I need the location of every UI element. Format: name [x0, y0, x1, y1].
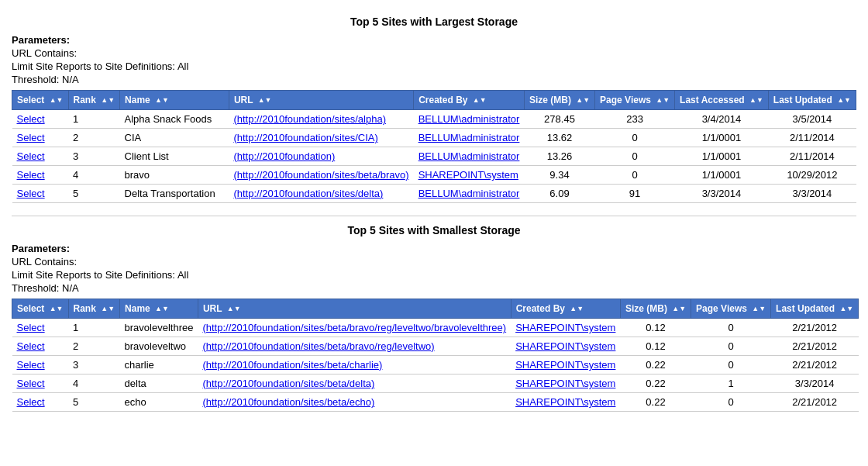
sort-icon-page_views[interactable]: ▲▼ [656, 97, 670, 104]
cell-rank-row-0: 1 [68, 319, 120, 337]
url-link-row-4[interactable]: (http://2010foundation/sites/delta) [233, 188, 383, 199]
sort-icon-select[interactable]: ▲▼ [50, 97, 64, 104]
created-by-link-row-2[interactable]: SHAREPOINT\system [515, 359, 615, 371]
created-by-link-row-4[interactable]: SHAREPOINT\system [515, 396, 615, 408]
sort-icon-last_updated[interactable]: ▲▼ [837, 97, 851, 104]
sort-icon-last_accessed[interactable]: ▲▼ [749, 97, 763, 104]
col-header-url[interactable]: URL ▲▼ [229, 91, 413, 110]
created-by-link-row-3[interactable]: SHAREPOINT\system [418, 169, 518, 181]
cell-rank-row-4: 5 [68, 393, 120, 412]
url-link-row-2[interactable]: (http://2010foundation/sites/beta/charli… [202, 359, 382, 371]
cell-last_updated-row-2: 2/11/2014 [768, 147, 856, 166]
cell-page_views-row-3: 1 [691, 375, 771, 393]
cell-last_updated-row-1: 2/21/2012 [771, 337, 859, 356]
table-row: Select4bravo(http://2010foundation/sites… [12, 166, 856, 185]
cell-last_accessed-row-4: 3/3/2014 [675, 185, 769, 203]
sort-icon-name[interactable]: ▲▼ [155, 97, 169, 104]
cell-rank-row-3: 4 [68, 375, 120, 393]
cell-page_views-row-1: 0 [595, 129, 675, 147]
cell-rank-row-2: 3 [68, 147, 120, 166]
sort-icon-select[interactable]: ▲▼ [50, 305, 64, 312]
url-link-row-0[interactable]: (http://2010foundation/sites/beta/bravo/… [202, 322, 506, 333]
created-by-link-row-0[interactable]: SHAREPOINT\system [515, 322, 615, 333]
cell-rank-row-1: 2 [68, 337, 120, 356]
select-link-row-0[interactable]: Select [17, 322, 45, 333]
col-header-rank[interactable]: Rank ▲▼ [68, 299, 120, 319]
col-header-select[interactable]: Select ▲▼ [12, 299, 69, 319]
cell-rank-row-4: 5 [68, 185, 120, 203]
cell-last_updated-row-3: 3/3/2014 [771, 375, 859, 393]
created-by-link-row-1[interactable]: BELLUM\administrator [418, 132, 520, 143]
cell-page_views-row-2: 0 [595, 147, 675, 166]
threshold-value: N/A [62, 74, 79, 85]
cell-last_updated-row-1: 2/11/2014 [768, 129, 856, 147]
sort-icon-url[interactable]: ▲▼ [227, 305, 241, 312]
select-link-row-4[interactable]: Select [17, 396, 45, 408]
col-header-size_mb[interactable]: Size (MB) ▲▼ [524, 91, 594, 110]
url-contains-label: URL Contains: [12, 47, 77, 59]
col-header-page_views[interactable]: Page Views ▲▼ [691, 299, 771, 319]
table-row: Select1bravolevelthree(http://2010founda… [12, 319, 859, 337]
select-link-row-3[interactable]: Select [17, 169, 45, 181]
select-link-row-1[interactable]: Select [17, 132, 45, 143]
col-header-created_by[interactable]: Created By ▲▼ [511, 299, 620, 319]
col-header-size_mb[interactable]: Size (MB) ▲▼ [620, 299, 691, 319]
sort-icon-created_by[interactable]: ▲▼ [570, 305, 584, 312]
select-link-row-2[interactable]: Select [17, 359, 45, 371]
sort-icon-url[interactable]: ▲▼ [258, 97, 272, 104]
select-link-row-4[interactable]: Select [17, 188, 45, 199]
cell-page_views-row-4: 0 [691, 393, 771, 412]
sort-icon-name[interactable]: ▲▼ [155, 305, 169, 312]
cell-name-row-3: delta [120, 375, 198, 393]
cell-size_mb-row-1: 13.62 [524, 129, 594, 147]
cell-rank-row-2: 3 [68, 356, 120, 375]
data-table-0: Select ▲▼Rank ▲▼Name ▲▼URL ▲▼Created By … [12, 90, 856, 203]
data-table-1: Select ▲▼Rank ▲▼Name ▲▼URL ▲▼Created By … [12, 299, 859, 412]
cell-page_views-row-0: 233 [595, 110, 675, 129]
created-by-link-row-1[interactable]: SHAREPOINT\system [515, 340, 615, 352]
table-row: Select5Delta Transportation(http://2010f… [12, 185, 856, 203]
url-link-row-3[interactable]: (http://2010foundation/sites/beta/bravo) [233, 169, 408, 181]
created-by-link-row-0[interactable]: BELLUM\administrator [418, 113, 520, 125]
url-link-row-1[interactable]: (http://2010foundation/sites/CIA) [233, 132, 377, 143]
cell-page_views-row-2: 0 [691, 356, 771, 375]
cell-last_updated-row-4: 2/21/2012 [771, 393, 859, 412]
sort-icon-size_mb[interactable]: ▲▼ [576, 97, 590, 104]
url-link-row-4[interactable]: (http://2010foundation/sites/beta/echo) [202, 396, 374, 408]
col-header-last_updated[interactable]: Last Updated ▲▼ [768, 91, 856, 110]
cell-last_updated-row-3: 10/29/2012 [768, 166, 856, 185]
select-link-row-0[interactable]: Select [17, 113, 45, 125]
url-link-row-2[interactable]: (http://2010foundation) [233, 150, 335, 162]
col-header-last_accessed[interactable]: Last Accessed ▲▼ [675, 91, 769, 110]
sort-icon-created_by[interactable]: ▲▼ [473, 97, 487, 104]
select-link-row-1[interactable]: Select [17, 340, 45, 352]
cell-size_mb-row-0: 0.12 [620, 319, 691, 337]
sort-icon-last_updated[interactable]: ▲▼ [839, 305, 853, 312]
cell-rank-row-1: 2 [68, 129, 120, 147]
url-link-row-1[interactable]: (http://2010foundation/sites/beta/bravo/… [202, 340, 434, 352]
sort-icon-size_mb[interactable]: ▲▼ [672, 305, 686, 312]
col-header-name[interactable]: Name ▲▼ [120, 91, 229, 110]
col-header-rank[interactable]: Rank ▲▼ [68, 91, 120, 110]
sort-icon-rank[interactable]: ▲▼ [101, 305, 115, 312]
col-header-name[interactable]: Name ▲▼ [120, 299, 198, 319]
col-header-select[interactable]: Select ▲▼ [12, 91, 69, 110]
cell-name-row-2: Client List [120, 147, 229, 166]
section-divider [12, 216, 856, 216]
created-by-link-row-4[interactable]: BELLUM\administrator [418, 188, 520, 199]
cell-size_mb-row-4: 6.09 [524, 185, 594, 203]
cell-name-row-1: CIA [120, 129, 229, 147]
created-by-link-row-3[interactable]: SHAREPOINT\system [515, 378, 615, 389]
select-link-row-3[interactable]: Select [17, 378, 45, 389]
col-header-page_views[interactable]: Page Views ▲▼ [595, 91, 675, 110]
select-link-row-2[interactable]: Select [17, 150, 45, 162]
col-header-url[interactable]: URL ▲▼ [198, 299, 511, 319]
sort-icon-rank[interactable]: ▲▼ [101, 97, 115, 104]
created-by-link-row-2[interactable]: BELLUM\administrator [418, 150, 520, 162]
col-header-last_updated[interactable]: Last Updated ▲▼ [771, 299, 859, 319]
url-link-row-3[interactable]: (http://2010foundation/sites/beta/delta) [202, 378, 374, 389]
url-link-row-0[interactable]: (http://2010foundation/sites/alpha) [233, 113, 386, 125]
cell-last_accessed-row-1: 1/1/0001 [675, 129, 769, 147]
sort-icon-page_views[interactable]: ▲▼ [752, 305, 766, 312]
col-header-created_by[interactable]: Created By ▲▼ [414, 91, 525, 110]
